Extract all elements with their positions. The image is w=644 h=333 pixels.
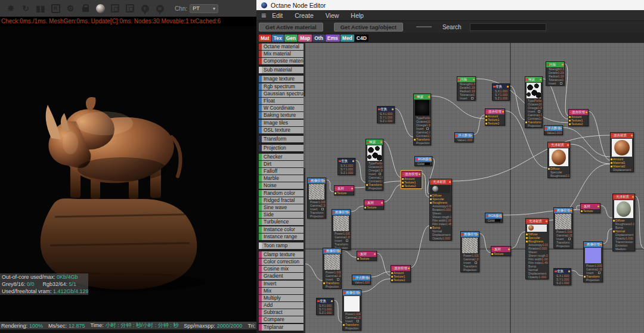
- menu-view[interactable]: View: [326, 12, 339, 19]
- get-active-material-button[interactable]: Get Active material: [259, 23, 323, 32]
- node-list-item-baking-texture[interactable]: Baking texture: [259, 112, 304, 119]
- pause-render-icon[interactable]: ▮▮: [33, 2, 48, 15]
- get-active-tag-object-button[interactable]: Get Active tag/object: [334, 23, 403, 32]
- graph-node-glossy-4[interactable]: 光泽材质DiffuseSpecularRoughnessAnisotropy0.…: [525, 218, 549, 279]
- menu-edit[interactable]: Edit: [272, 12, 283, 19]
- octane-logo-icon[interactable]: ✸: [4, 2, 18, 15]
- graph-node-rgb-2[interactable]: RGB颜色Color: [485, 213, 503, 223]
- node-list-item-marble[interactable]: Marble: [259, 175, 304, 182]
- filter-tag-map[interactable]: Map: [298, 35, 312, 42]
- node-list-item-float[interactable]: Float: [259, 98, 304, 104]
- graph-node-xform-4[interactable]: 变换S.X1.000S.Y1.000S.Z1.000: [492, 83, 510, 101]
- graph-node-invert-3[interactable]: 反转Texture: [357, 251, 377, 261]
- node-list-item-ridged-fractal[interactable]: Ridged fractal: [259, 197, 304, 204]
- menu-help[interactable]: Help: [351, 12, 364, 19]
- node-list-item-toon-ramp[interactable]: Toon ramp: [259, 242, 304, 249]
- graph-node-float-3[interactable]: 浮点数值Value1.000: [544, 125, 563, 135]
- node-list-item-compare[interactable]: Compare: [259, 316, 304, 323]
- graph-node-imgtex-2[interactable]: 图像纹理Power1.000Gamma2.200InvertTransformP…: [332, 209, 351, 250]
- graph-node-dirt-2[interactable]: 污垢Strength0.300Details0.200Radius0.100To…: [546, 61, 565, 86]
- render-region-icon[interactable]: R: [48, 2, 63, 15]
- channel-select[interactable]: PT ▾: [190, 4, 218, 13]
- node-list-item-transform[interactable]: Transform: [259, 136, 304, 142]
- node-list-item-color-correction[interactable]: Color correction: [259, 259, 304, 265]
- graph-node-invert-4[interactable]: 反转Texture: [580, 203, 600, 213]
- node-list-item-side[interactable]: Side: [259, 211, 304, 218]
- node-list-item-gradient[interactable]: Gradient: [259, 273, 304, 279]
- node-list-item-falloff[interactable]: Falloff: [259, 168, 304, 175]
- filter-tag-tex[interactable]: Tex: [272, 35, 284, 42]
- node-list-item-clamp-texture[interactable]: Clamp texture: [259, 251, 304, 258]
- filter-tag-gen[interactable]: Gen: [284, 35, 298, 42]
- node-list-item-image-texture[interactable]: Image texture: [259, 76, 304, 82]
- node-list-item-add[interactable]: Add: [259, 302, 304, 309]
- graph-node-imgtex-white[interactable]: 图像纹理Power1.000Gamma2.200InvertTransformP…: [342, 290, 361, 331]
- graph-node-imgtex-1[interactable]: 图像纹理Power1.000Gamma2.200InvertTransformP…: [307, 178, 326, 219]
- node-list-item-dirt[interactable]: Dirt: [259, 161, 304, 167]
- node-list-item-cosine-mix[interactable]: Cosine mix: [259, 266, 304, 272]
- render-layers-icon[interactable]: [123, 2, 137, 15]
- node-list-item-mix[interactable]: Mix: [259, 288, 304, 294]
- graph-node-noise-2[interactable]: 噪波TypePerlinOctaves10Omega0.300InvertGam…: [366, 139, 383, 191]
- graph-node-invert-2[interactable]: 反转Texture: [364, 200, 384, 210]
- node-list-item-noise[interactable]: Noise: [259, 182, 304, 189]
- node-list-item-gaussian-spectrum[interactable]: Gaussian spectrum: [259, 91, 304, 97]
- graph-node-glossy-2[interactable]: 光泽材质DiffuseSpecularRoughness0.063: [547, 142, 570, 178]
- material-picker-icon[interactable]: M: [153, 2, 167, 15]
- filter-tag-med[interactable]: Med: [340, 35, 354, 42]
- graph-node-noise-3[interactable]: 噪波TypePerlinOctaves10Omega0.300InvertGam…: [525, 76, 543, 128]
- graph-node-float-1[interactable]: 浮点数值Value1.000: [352, 275, 371, 285]
- node-list-item-random-color[interactable]: Random color: [259, 190, 304, 197]
- node-list-item-composite-material[interactable]: Composite material: [259, 58, 304, 64]
- graph-node-imgtex-5[interactable]: 图像纹理Power1.000Gamma2.200InvertTransformP…: [553, 207, 573, 248]
- graph-node-mixtex-sel[interactable]: 混合纹理AmountTexture1Texture2: [401, 171, 422, 188]
- graph-node-glossy-3[interactable]: 光泽材质DiffuseRoughness0.000BumpNormalDispl…: [612, 194, 635, 251]
- node-list-item-sub-material[interactable]: Sub material: [259, 67, 304, 73]
- graph-node-dirt-1[interactable]: 污垢Strength0.300Details0.200Radius0.100To…: [457, 76, 476, 101]
- hamburger-menu-icon[interactable]: ≡: [261, 11, 266, 20]
- node-list-item-projection[interactable]: Projection: [259, 145, 304, 151]
- lock-resolution-icon[interactable]: [78, 2, 92, 15]
- graph-node-mixmat-1[interactable]: 混合材质AmountMaterial1Material2Displacement: [610, 132, 634, 172]
- node-list-item-instance-color[interactable]: Instance color: [259, 226, 304, 233]
- node-list-item-mix-material[interactable]: Mix material: [259, 51, 304, 57]
- filter-tag-ems[interactable]: Ems: [326, 35, 340, 42]
- graph-node-imgtex-4[interactable]: 图像纹理Power1.000Gamma2.200InvertTransformP…: [460, 231, 479, 272]
- graph-node-mixtex-1[interactable]: 混合纹理AmountTexture1Texture2: [391, 265, 411, 282]
- filter-tag-c4d[interactable]: C4D: [355, 35, 369, 42]
- node-list-item-triplanar[interactable]: Triplanar: [259, 324, 304, 331]
- node-list-item-image-tiles[interactable]: Image tiles: [259, 120, 304, 126]
- menu-create[interactable]: Create: [295, 12, 314, 19]
- graph-node-glossy-1[interactable]: 光泽材质DiffuseSpecularRoughnessAnisotropy0.…: [429, 179, 452, 241]
- graph-node-noise-1[interactable]: 噪波TypePerlinOctaves10Omega0.300InvertGam…: [413, 94, 431, 145]
- graph-node-imgtex-lav[interactable]: 图像纹理Power1.000Gamma2.200InvertTransformP…: [583, 241, 603, 282]
- graph-node-xform-2[interactable]: 变换S.X1.000S.Y1.000S.Z1.000: [377, 106, 395, 123]
- graph-node-rgb-1[interactable]: RGB颜色Color: [414, 156, 432, 166]
- material-ball-icon[interactable]: [93, 2, 107, 15]
- node-list-item-w-coordinate[interactable]: W Coordinate: [259, 105, 304, 111]
- filter-tag-oth[interactable]: Oth: [312, 35, 325, 42]
- graph-node-invert-5[interactable]: 反转Texture: [491, 246, 511, 256]
- node-list-item-turbulence[interactable]: Turbulence: [259, 219, 304, 225]
- render-passes-icon[interactable]: [108, 2, 122, 15]
- graph-node-mixtex-2[interactable]: 混合纹理AmountTexture1Texture2: [485, 108, 505, 126]
- search-input[interactable]: [470, 23, 546, 31]
- node-list-item-sine-wave[interactable]: Sine wave: [259, 204, 304, 211]
- graph-node-invert-1[interactable]: 反转Texture: [334, 185, 354, 195]
- graph-node-xform-5[interactable]: 变换S.X1.000S.Y1.000S.Z1.000: [553, 268, 571, 285]
- graph-node-imgtex-3[interactable]: 图像纹理Power1.000Gamma2.200InvertTransformP…: [323, 248, 342, 289]
- window-titlebar[interactable]: Octane Node Editor: [256, 0, 644, 10]
- node-list-item-invert[interactable]: Invert: [259, 281, 304, 287]
- node-list-item-checker[interactable]: Checker: [259, 154, 304, 160]
- node-list-item-subtract[interactable]: Subtract: [259, 309, 304, 316]
- graph-node-xform-3[interactable]: 变换S.X1.000S.Y1.000S.Z1.000: [338, 158, 355, 175]
- graph-node-xform-1[interactable]: 变换S.X1.000S.Y1.000S.Z1.000: [316, 298, 334, 315]
- restart-render-icon[interactable]: ↻: [18, 2, 33, 15]
- node-canvas[interactable]: 图像纹理Power1.000Gamma2.200InvertTransformP…: [305, 43, 644, 333]
- graph-node-float-2[interactable]: 浮点数值Value1.000: [454, 132, 473, 142]
- graph-node-mixtex-3[interactable]: 混合纹理AmountTexture1Texture2: [568, 109, 589, 126]
- node-list-item-multiply[interactable]: Multiply: [259, 295, 304, 301]
- filter-tag-mat[interactable]: Mat: [259, 35, 271, 42]
- node-list-item-rgb-spectrum[interactable]: Rgb spectrum: [259, 83, 304, 90]
- focus-picker-icon[interactable]: F: [138, 2, 152, 15]
